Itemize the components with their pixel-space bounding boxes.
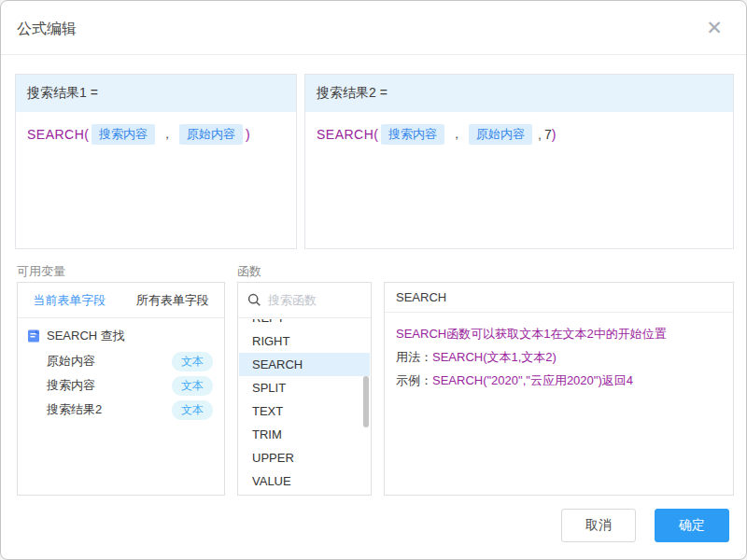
usage-text: SEARCH(文本1,文本2) bbox=[432, 350, 557, 364]
function-list-item[interactable]: TRIM bbox=[239, 423, 370, 446]
formula-result-label: 搜索结果2 = bbox=[305, 75, 733, 112]
close-paren-token: ) bbox=[552, 127, 557, 142]
tab-all-form-fields[interactable]: 所有表单字段 bbox=[121, 283, 225, 317]
formula-edit-dialog: 公式编辑 ✕ 搜索结果1 = SEARCH( 搜索内容 ， 原始内容 ) 搜索结… bbox=[0, 0, 747, 560]
function-list-item[interactable]: TEXT bbox=[239, 399, 370, 423]
description-summary: SEARCH函数可以获取文本1在文本2中的开始位置 bbox=[396, 322, 722, 345]
function-list[interactable]: REPT RIGHT SEARCH SPLIT TEXT TRIM UPPER … bbox=[239, 319, 370, 494]
function-list-item[interactable]: RIGHT bbox=[239, 329, 370, 353]
form-group-item[interactable]: SEARCH 查找 bbox=[18, 323, 224, 349]
function-list-item[interactable]: SPLIT bbox=[239, 376, 370, 399]
open-paren-token: ( bbox=[374, 127, 378, 142]
variables-panel: 当前表单字段 所有表单字段 SEARCH 查找 原始内容 文本 搜索内容 文本 … bbox=[17, 282, 225, 496]
function-list-item[interactable]: REPT bbox=[239, 319, 370, 329]
function-name-token: SEARCH bbox=[317, 127, 374, 142]
functions-panel: REPT RIGHT SEARCH SPLIT TEXT TRIM UPPER … bbox=[237, 282, 372, 496]
variables-section-label: 可用变量 bbox=[17, 263, 65, 280]
close-icon[interactable]: ✕ bbox=[703, 17, 726, 39]
field-pill[interactable]: 搜索内容 bbox=[381, 124, 444, 145]
function-name-token: SEARCH bbox=[27, 127, 84, 142]
function-description-panel: SEARCH SEARCH函数可以获取文本1在文本2中的开始位置 用法：SEAR… bbox=[384, 282, 734, 496]
scrollbar-thumb[interactable] bbox=[363, 376, 369, 427]
tab-current-form-fields[interactable]: 当前表单字段 bbox=[18, 283, 121, 317]
example-label: 示例： bbox=[396, 373, 432, 387]
formula-panel-2: 搜索结果2 = SEARCH( 搜索内容 ， 原始内容 ,7) bbox=[304, 74, 734, 249]
field-type-badge: 文本 bbox=[172, 400, 213, 420]
function-list-item[interactable]: UPPER bbox=[239, 446, 370, 469]
comma-token: ， bbox=[450, 126, 463, 143]
description-body: SEARCH函数可以获取文本1在文本2中的开始位置 用法：SEARCH(文本1,… bbox=[385, 313, 733, 401]
comma-token: , bbox=[538, 127, 542, 142]
close-paren-token: ) bbox=[246, 127, 250, 142]
description-title: SEARCH bbox=[385, 283, 733, 313]
functions-section-label: 函数 bbox=[237, 263, 261, 280]
variables-tabs: 当前表单字段 所有表单字段 bbox=[18, 283, 224, 318]
function-search-bar bbox=[238, 283, 371, 318]
formula-panel-1: 搜索结果1 = SEARCH( 搜索内容 ， 原始内容 ) bbox=[15, 74, 297, 249]
field-pill[interactable]: 原始内容 bbox=[179, 124, 243, 145]
function-search-input[interactable] bbox=[268, 293, 361, 307]
function-list-item-selected[interactable]: SEARCH bbox=[239, 353, 370, 376]
confirm-button[interactable]: 确定 bbox=[655, 509, 729, 542]
field-pill[interactable]: 搜索内容 bbox=[92, 124, 155, 145]
usage-label: 用法： bbox=[396, 350, 432, 364]
field-type-badge: 文本 bbox=[172, 352, 213, 371]
dialog-title: 公式编辑 bbox=[17, 20, 77, 39]
variable-item[interactable]: 搜索内容 文本 bbox=[18, 373, 224, 398]
formula-expression[interactable]: SEARCH( 搜索内容 ， 原始内容 ) bbox=[16, 112, 296, 157]
number-token: 7 bbox=[544, 127, 552, 142]
description-example-line: 示例：SEARCH("2020","云应用2020")返回4 bbox=[396, 369, 722, 392]
variable-name: 搜索内容 bbox=[47, 377, 172, 394]
comma-token: ， bbox=[161, 126, 174, 143]
variable-item[interactable]: 原始内容 文本 bbox=[18, 349, 224, 373]
document-icon bbox=[27, 329, 40, 343]
variable-name: 原始内容 bbox=[47, 353, 172, 370]
field-pill[interactable]: 原始内容 bbox=[469, 124, 532, 145]
formula-expression[interactable]: SEARCH( 搜索内容 ， 原始内容 ,7) bbox=[305, 112, 733, 157]
example-text: SEARCH("2020","云应用2020")返回4 bbox=[432, 373, 633, 387]
dialog-header: 公式编辑 ✕ bbox=[1, 1, 746, 55]
open-paren-token: ( bbox=[84, 127, 89, 142]
description-usage-line: 用法：SEARCH(文本1,文本2) bbox=[396, 345, 722, 369]
cancel-button[interactable]: 取消 bbox=[561, 509, 636, 542]
form-group-label: SEARCH 查找 bbox=[47, 328, 125, 344]
search-icon bbox=[247, 293, 261, 307]
formula-result-label: 搜索结果1 = bbox=[16, 75, 296, 112]
function-list-item[interactable]: VALUE bbox=[239, 469, 370, 493]
variable-name: 搜索结果2 bbox=[47, 401, 172, 418]
field-type-badge: 文本 bbox=[172, 376, 213, 396]
variable-item[interactable]: 搜索结果2 文本 bbox=[18, 398, 224, 422]
